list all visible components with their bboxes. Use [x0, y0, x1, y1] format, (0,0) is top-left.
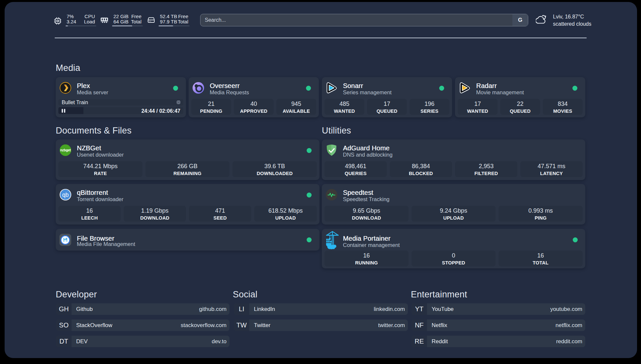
svg-text:nzbget: nzbget: [60, 148, 71, 152]
svg-text:qb: qb: [62, 192, 69, 198]
